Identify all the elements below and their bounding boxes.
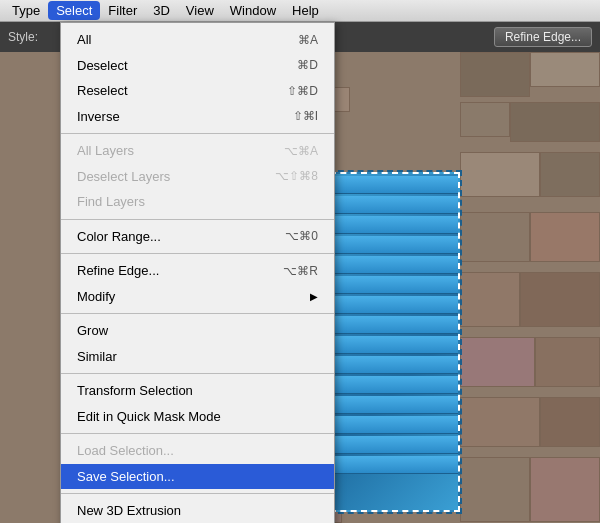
shutter-plank (332, 316, 458, 334)
stone-block (460, 212, 530, 262)
stone-block (460, 457, 530, 522)
menu-item-refine-edge[interactable]: Refine Edge... ⌥⌘R (61, 258, 334, 284)
shutter-plank (332, 256, 458, 274)
menubar-item-window[interactable]: Window (222, 1, 284, 20)
menu-item-modify-label: Modify (77, 287, 115, 307)
stone-block (520, 272, 600, 327)
menu-item-load-selection-label: Load Selection... (77, 441, 174, 461)
menubar-item-filter[interactable]: Filter (100, 1, 145, 20)
shutter-plank (332, 396, 458, 414)
menubar-item-view[interactable]: View (178, 1, 222, 20)
menu-item-similar[interactable]: Similar (61, 344, 334, 370)
shutter-plank (332, 236, 458, 254)
menu-item-reselect[interactable]: Reselect ⇧⌘D (61, 78, 334, 104)
menu-item-refine-edge-label: Refine Edge... (77, 261, 159, 281)
menu-item-modify[interactable]: Modify (61, 284, 334, 310)
stone-block (510, 102, 600, 142)
menu-item-reselect-shortcut: ⇧⌘D (287, 82, 318, 100)
menu-item-grow-label: Grow (77, 321, 108, 341)
menubar-item-type[interactable]: Type (4, 1, 48, 20)
menu-item-color-range-shortcut: ⌥⌘0 (285, 227, 318, 245)
separator-5 (61, 373, 334, 374)
menu-item-color-range[interactable]: Color Range... ⌥⌘0 (61, 224, 334, 250)
shutter-plank (332, 296, 458, 314)
style-label: Style: (8, 30, 38, 44)
stone-block (460, 397, 540, 447)
menu-item-save-selection[interactable]: Save Selection... (61, 464, 334, 490)
menu-item-all-label: All (77, 30, 91, 50)
menu-item-deselect[interactable]: Deselect ⌘D (61, 53, 334, 79)
menu-item-find-layers[interactable]: Find Layers (61, 189, 334, 215)
menu-item-load-selection[interactable]: Load Selection... (61, 438, 334, 464)
menu-item-all[interactable]: All ⌘A (61, 27, 334, 53)
menu-item-deselect-label: Deselect (77, 56, 128, 76)
separator-6 (61, 433, 334, 434)
menubar: Type Select Filter 3D View Window Help (0, 0, 600, 22)
menu-item-reselect-label: Reselect (77, 81, 128, 101)
shutter-plank (332, 336, 458, 354)
menu-item-quick-mask-label: Edit in Quick Mask Mode (77, 407, 221, 427)
stone-block (540, 152, 600, 197)
menu-item-transform-selection[interactable]: Transform Selection (61, 378, 334, 404)
blue-shutter (330, 172, 460, 512)
menu-item-inverse[interactable]: Inverse ⇧⌘I (61, 104, 334, 130)
separator-2 (61, 219, 334, 220)
shutter-plank (332, 196, 458, 214)
separator-3 (61, 253, 334, 254)
stone-block (530, 212, 600, 262)
shutter-plank (332, 436, 458, 454)
shutter-plank (332, 176, 458, 194)
menu-item-grow[interactable]: Grow (61, 318, 334, 344)
shutter-plank (332, 356, 458, 374)
menubar-item-help[interactable]: Help (284, 1, 327, 20)
menu-item-all-layers[interactable]: All Layers ⌥⌘A (61, 138, 334, 164)
stone-block (530, 457, 600, 522)
stone-block (460, 152, 540, 197)
stone-block (460, 272, 520, 327)
menu-item-color-range-label: Color Range... (77, 227, 161, 247)
stone-block (460, 337, 535, 387)
shutter-plank (332, 456, 458, 474)
menu-item-deselect-shortcut: ⌘D (297, 56, 318, 74)
shutter-plank (332, 416, 458, 434)
menu-item-all-layers-label: All Layers (77, 141, 134, 161)
menu-item-transform-selection-label: Transform Selection (77, 381, 193, 401)
shutter-plank (332, 276, 458, 294)
menu-item-deselect-layers-shortcut: ⌥⇧⌘8 (275, 167, 318, 185)
stone-block (535, 337, 600, 387)
separator-4 (61, 313, 334, 314)
stone-block (460, 52, 530, 97)
select-menu: All ⌘A Deselect ⌘D Reselect ⇧⌘D Inverse … (60, 22, 335, 523)
refine-edge-button[interactable]: Refine Edge... (494, 27, 592, 47)
menu-item-all-shortcut: ⌘A (298, 31, 318, 49)
stone-block (460, 102, 510, 137)
menu-item-new-3d-extrusion[interactable]: New 3D Extrusion (61, 498, 334, 523)
menu-item-inverse-shortcut: ⇧⌘I (293, 107, 318, 125)
menu-item-new-3d-extrusion-label: New 3D Extrusion (77, 501, 181, 521)
stone-block (540, 397, 600, 447)
menubar-item-select[interactable]: Select (48, 1, 100, 20)
menu-item-inverse-label: Inverse (77, 107, 120, 127)
menu-item-find-layers-label: Find Layers (77, 192, 145, 212)
menu-item-quick-mask[interactable]: Edit in Quick Mask Mode (61, 404, 334, 430)
separator-7 (61, 493, 334, 494)
shutter-plank (332, 376, 458, 394)
menu-item-deselect-layers[interactable]: Deselect Layers ⌥⇧⌘8 (61, 164, 334, 190)
shutter-plank (332, 216, 458, 234)
stone-block (530, 52, 600, 87)
separator-1 (61, 133, 334, 134)
menu-item-all-layers-shortcut: ⌥⌘A (284, 142, 318, 160)
menubar-item-3d[interactable]: 3D (145, 1, 178, 20)
menu-item-refine-edge-shortcut: ⌥⌘R (283, 262, 318, 280)
menu-item-similar-label: Similar (77, 347, 117, 367)
menu-item-save-selection-label: Save Selection... (77, 467, 175, 487)
menu-item-deselect-layers-label: Deselect Layers (77, 167, 170, 187)
